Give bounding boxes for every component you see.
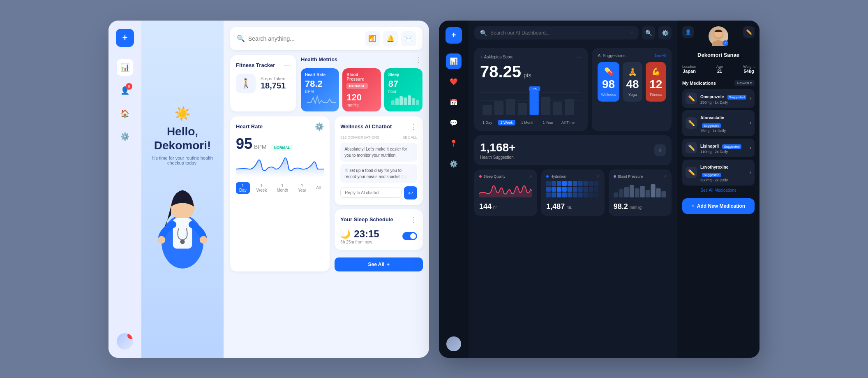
fitness-menu-dots[interactable]: ··· [284, 61, 290, 70]
svg-rect-23 [565, 99, 574, 115]
hydration-unit: mL [566, 205, 572, 210]
chat-input[interactable] [340, 188, 402, 198]
sidebar-icon-home[interactable]: 🏠 [117, 105, 133, 122]
med-arrow-0[interactable]: › [750, 95, 751, 101]
chat-see-all[interactable]: SEE ALL [402, 135, 417, 139]
svg-rect-7 [395, 98, 399, 105]
newest-badge[interactable]: Newest ▾ [734, 80, 755, 86]
dark-icon-chart[interactable]: 📊 [446, 53, 462, 69]
sidebar-avatar-dark[interactable] [446, 336, 461, 351]
dark-settings-btn[interactable]: ⚙️ [658, 26, 672, 39]
svg-point-3 [180, 239, 185, 244]
dark-icon-heart[interactable]: ❤️ [446, 74, 462, 90]
sleep-menu[interactable]: ⋮ [410, 215, 417, 224]
profile-icon-btn-1[interactable]: 👤 [682, 26, 694, 38]
chat-bubble-2: I'll set up a food diary for you to reco… [340, 164, 417, 183]
sidebar-avatar-light[interactable] [117, 333, 133, 350]
mail-icon-btn[interactable]: ✉️ [401, 31, 416, 46]
wifi-icon-btn[interactable]: 📶 [365, 31, 380, 46]
health-metrics-menu[interactable]: ⋮ [415, 55, 422, 64]
weight-value: 54kg [743, 69, 755, 74]
svg-rect-60 [635, 188, 639, 197]
med-arrow-2[interactable]: › [750, 145, 751, 151]
hr-menu-dots[interactable]: ⚙️ [315, 122, 324, 131]
score-tab-all[interactable]: All Time [559, 120, 577, 125]
med-arrow-1[interactable]: › [750, 120, 751, 126]
bottom-metrics-dark: Sleep Quality ↗ 144 hr [474, 169, 672, 216]
svg-rect-33 [584, 181, 588, 186]
tab-all[interactable]: All [313, 182, 324, 194]
med-name-text-0: Omeprazole [700, 95, 724, 99]
sleep-toggle[interactable] [402, 232, 417, 240]
heart-rate-unit: BPM [305, 89, 335, 94]
dark-icon-location[interactable]: 📍 [446, 136, 462, 151]
hydration-dot [546, 175, 549, 178]
badge-notification: 8 [126, 83, 132, 90]
tab-1day[interactable]: 1 Day [236, 182, 250, 194]
search-icon-light: 🔍 [237, 35, 245, 42]
hydration-title: Hydration ↗ [546, 174, 599, 179]
score-tab-1week[interactable]: 1 Week [498, 120, 515, 125]
tab-1week[interactable]: 1 Week [253, 182, 270, 194]
sidebar-logo-dark[interactable]: + [446, 27, 462, 44]
add-med-button[interactable]: + Add New Medication [682, 198, 755, 214]
profile-edit-icons: 👤 ✓ ✏️ [682, 26, 755, 46]
health-sug-add-btn[interactable]: + [654, 144, 666, 156]
ai-see-all-link[interactable]: See All [654, 53, 666, 58]
med-arrow-3[interactable]: › [750, 169, 751, 175]
dark-icon-chat[interactable]: 💬 [446, 115, 462, 131]
ai-num-wellness: 98 [601, 78, 616, 91]
chat-send-button[interactable]: ↩ [404, 186, 417, 199]
svg-rect-20 [529, 90, 538, 115]
bell-icon-btn[interactable]: 🔔 [383, 31, 398, 46]
svg-rect-21 [541, 97, 550, 115]
svg-rect-18 [506, 99, 515, 115]
score-dots[interactable]: ··· [577, 53, 582, 61]
sleep-dot [479, 175, 482, 178]
dark-icon-settings[interactable]: ⚙️ [446, 156, 462, 172]
svg-rect-51 [573, 192, 577, 197]
see-all-meds-link[interactable]: See All Medications [682, 188, 755, 192]
svg-rect-39 [562, 187, 567, 192]
location-label: Location [682, 65, 696, 69]
chatbot-card: Wellness AI Chatbot ⋮ 512 CONVERSATIONS … [335, 116, 423, 205]
health-metrics-title: Health Metrics [301, 56, 337, 63]
chatbot-menu[interactable]: ⋮ [410, 122, 417, 131]
chatbot-header: Wellness AI Chatbot ⋮ [340, 122, 417, 131]
score-tab-1year[interactable]: 1 Year [540, 120, 556, 125]
dark-icon-calendar[interactable]: 📅 [446, 95, 462, 110]
ai-card-fitness: 💪 12 Fitness [646, 62, 666, 102]
hr-value: 95 [236, 135, 252, 153]
light-dashboard-panel: + 📊 👤 8 🏠 ⚙️ ☀️ Hello, Dekomori! It's ti [108, 21, 429, 358]
search-filter-icon[interactable]: ≡ [630, 30, 633, 36]
score-tab-1day[interactable]: 1 Day [480, 120, 495, 125]
svg-rect-64 [656, 188, 660, 197]
steps-info: Steps Taken 18,751 [261, 76, 286, 90]
svg-rect-43 [584, 187, 588, 192]
med-item-atorvastatin: ✏️ Atorvastatin Suggested 75mg · 1x Dail… [682, 110, 755, 136]
sidebar-icon-chart[interactable]: 📊 [117, 59, 133, 76]
sidebar-logo-light[interactable]: + [116, 29, 134, 47]
tab-1month[interactable]: 1 Month [273, 182, 291, 194]
svg-rect-28 [557, 181, 561, 186]
search-input-dark[interactable] [490, 30, 627, 36]
search-bar-dark: 🔍 ≡ [474, 26, 639, 39]
svg-rect-56 [614, 192, 618, 197]
profile-icon-btn-2[interactable]: ✏️ [743, 26, 755, 38]
hydration-card: Hydration ↗ [541, 169, 604, 216]
tab-1year[interactable]: 1 Year [295, 182, 309, 194]
svg-rect-27 [552, 181, 556, 186]
dark-sidebar-nav: 📊 ❤️ 📅 💬 📍 ⚙️ [446, 53, 462, 172]
see-all-button[interactable]: See All + [335, 257, 423, 271]
profile-name-section: Dekomori Sanae [682, 52, 755, 58]
sidebar-icon-user[interactable]: 👤 8 [117, 82, 133, 99]
score-tab-1month[interactable]: 1 Month [519, 120, 537, 125]
health-metrics-header: Health Metrics ⋮ [301, 55, 422, 64]
sidebar-icon-settings[interactable]: ⚙️ [117, 128, 133, 145]
search-input-light[interactable] [248, 35, 362, 42]
score-section: + Asklepios Score ··· 78.25 pts [474, 48, 672, 131]
dark-search-btn[interactable]: 🔍 [642, 26, 655, 39]
heart-rate-metric-card: Heart Rate 78.2 BPM [301, 68, 339, 111]
med-name-levothyroxine: Levothyroxine Suggested [700, 163, 746, 178]
score-pts: pts [524, 72, 531, 79]
